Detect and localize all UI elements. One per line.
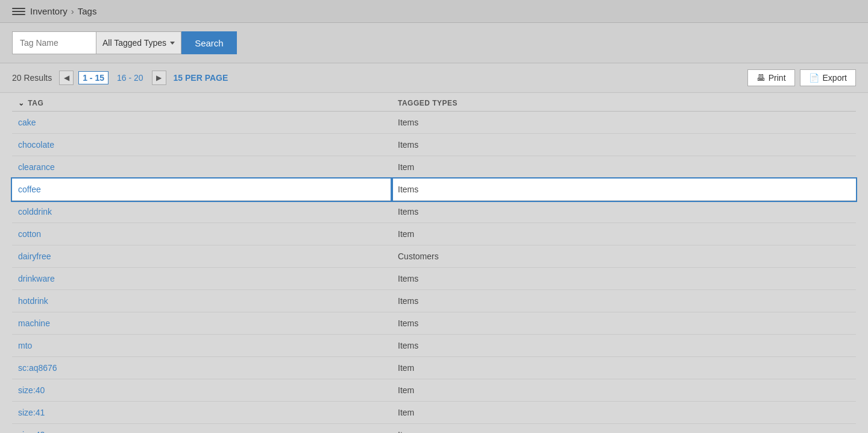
chevron-down-icon — [170, 42, 175, 45]
tag-link[interactable]: hotdrink — [18, 296, 48, 306]
tag-link[interactable]: drinkware — [18, 274, 55, 283]
export-button[interactable]: 📄 Export — [800, 69, 856, 86]
breadcrumb-tags: Tags — [78, 6, 97, 16]
tag-cell: dairyfree — [12, 245, 392, 268]
table-row: size:40Item — [12, 379, 856, 402]
table-row: coffeeItems — [12, 179, 856, 201]
table-row: mtoItems — [12, 335, 856, 357]
table-row: colddrinkItems — [12, 201, 856, 223]
tagged-types-cell: Items — [392, 179, 856, 201]
breadcrumb-inventory[interactable]: Inventory — [30, 6, 68, 16]
main-content: 20 Results ◀ 1 - 15 16 - 20 ▶ 15 PER PAG… — [0, 63, 868, 433]
print-icon: 🖶 — [756, 73, 765, 83]
tagged-types-cell: Items — [392, 268, 856, 290]
export-icon: 📄 — [809, 73, 819, 83]
tag-cell: chocolate — [12, 134, 392, 156]
top-pagination-bar: 20 Results ◀ 1 - 15 16 - 20 ▶ 15 PER PAG… — [0, 63, 868, 93]
tagged-types-cell: Item — [392, 379, 856, 402]
tag-link[interactable]: size:42 — [18, 430, 45, 433]
tagged-types-cell: Item — [392, 223, 856, 245]
tag-cell: sc:aq8676 — [12, 357, 392, 379]
breadcrumb-separator: › — [71, 6, 74, 16]
tag-link[interactable]: clearance — [18, 162, 55, 172]
page-1-range[interactable]: 1 - 15 — [78, 71, 108, 84]
tagged-types-cell: Item — [392, 402, 856, 424]
tag-cell: size:40 — [12, 379, 392, 402]
table-row: machineItems — [12, 312, 856, 335]
col-header-tag[interactable]: ⌄ TAG — [12, 93, 392, 112]
table-row: hotdrinkItems — [12, 290, 856, 312]
page-2-range[interactable]: 16 - 20 — [113, 72, 147, 84]
tagged-types-cell: Item — [392, 357, 856, 379]
table-container: ⌄ TAG TAGGED TYPES cakeItemschocolateIte… — [0, 93, 868, 433]
tag-cell: hotdrink — [12, 290, 392, 312]
tag-cell: drinkware — [12, 268, 392, 290]
tagged-types-cell: Items — [392, 335, 856, 357]
tagged-types-cell: Items — [392, 201, 856, 223]
tagged-types-cell: Item — [392, 156, 856, 179]
tagged-types-cell: Items — [392, 112, 856, 134]
tag-name-input[interactable] — [12, 31, 96, 54]
tagged-types-label: All Tagged Types — [102, 38, 166, 48]
tagged-types-cell: Items — [392, 312, 856, 335]
tag-link[interactable]: cake — [18, 118, 36, 127]
table-body: cakeItemschocolateItemsclearanceItemcoff… — [12, 112, 856, 434]
table-row: drinkwareItems — [12, 268, 856, 290]
tag-cell: cake — [12, 112, 392, 134]
tagged-types-cell: Customers — [392, 245, 856, 268]
print-button[interactable]: 🖶 Print — [747, 69, 795, 86]
sort-icon: ⌄ — [18, 99, 25, 107]
page-header: Inventory › Tags — [0, 0, 868, 23]
table-row: cakeItems — [12, 112, 856, 134]
search-button[interactable]: Search — [181, 31, 237, 54]
table-header-row: ⌄ TAG TAGGED TYPES — [12, 93, 856, 112]
tag-link[interactable]: cotton — [18, 229, 41, 239]
table-row: clearanceItem — [12, 156, 856, 179]
tag-cell: size:41 — [12, 402, 392, 424]
tags-table: ⌄ TAG TAGGED TYPES cakeItemschocolateIte… — [12, 93, 856, 433]
tagged-types-dropdown[interactable]: All Tagged Types — [96, 31, 181, 54]
tag-cell: machine — [12, 312, 392, 335]
table-row: sc:aq8676Item — [12, 357, 856, 379]
tag-cell: coffee — [12, 179, 392, 201]
tag-cell: clearance — [12, 156, 392, 179]
tagged-types-cell: Item — [392, 424, 856, 434]
tag-link[interactable]: size:41 — [18, 408, 45, 417]
results-count: 20 Results — [12, 73, 52, 83]
tag-link[interactable]: mto — [18, 341, 32, 350]
tag-link[interactable]: chocolate — [18, 140, 54, 150]
tag-link[interactable]: colddrink — [18, 207, 52, 216]
table-row: chocolateItems — [12, 134, 856, 156]
tag-link[interactable]: coffee — [18, 185, 41, 194]
tag-cell: size:42 — [12, 424, 392, 434]
tag-cell: mto — [12, 335, 392, 357]
search-bar: All Tagged Types Search — [0, 23, 868, 63]
tagged-types-cell: Items — [392, 290, 856, 312]
print-label: Print — [769, 73, 786, 83]
table-row: dairyfreeCustomers — [12, 245, 856, 268]
next-page-button[interactable]: ▶ — [152, 71, 166, 85]
tag-cell: cotton — [12, 223, 392, 245]
per-page-selector[interactable]: 15 PER PAGE — [174, 73, 228, 83]
tag-link[interactable]: dairyfree — [18, 251, 51, 261]
breadcrumb: Inventory › Tags — [30, 6, 96, 16]
menu-icon — [12, 7, 25, 16]
table-row: size:42Item — [12, 424, 856, 434]
col-header-tagged-types: TAGGED TYPES — [392, 93, 856, 112]
prev-page-button[interactable]: ◀ — [59, 71, 74, 85]
tagged-types-cell: Items — [392, 134, 856, 156]
tag-link[interactable]: machine — [18, 318, 50, 328]
tag-link[interactable]: sc:aq8676 — [18, 363, 57, 373]
export-label: Export — [823, 73, 847, 83]
table-row: cottonItem — [12, 223, 856, 245]
tag-cell: colddrink — [12, 201, 392, 223]
tag-link[interactable]: size:40 — [18, 385, 45, 395]
table-row: size:41Item — [12, 402, 856, 424]
